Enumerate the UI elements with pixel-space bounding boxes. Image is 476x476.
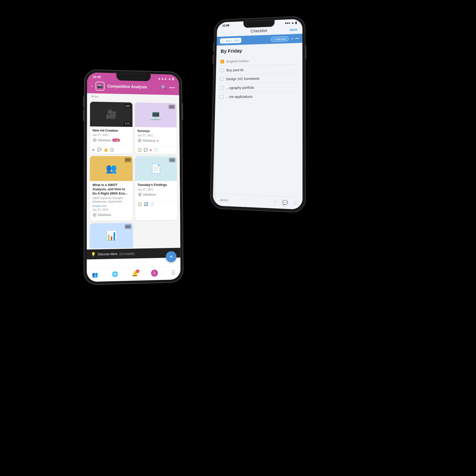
comment-icon[interactable]: 💬 <box>144 148 148 152</box>
list-icon: ≡ <box>291 37 293 41</box>
checklist-item[interactable]: …me applications <box>219 92 298 101</box>
discover-results: (14 results) <box>119 252 135 256</box>
notch <box>116 73 150 81</box>
checkbox-unchecked[interactable] <box>220 77 224 81</box>
volume-down-button <box>212 55 214 64</box>
checklist-bottom: ...pleted ♡ 💬 ☆ <box>213 194 302 210</box>
nav-people[interactable]: 👥 <box>92 271 98 278</box>
bottom-actions: ♡ 💬 ☆ <box>273 199 297 206</box>
more-icon[interactable]: ••• <box>169 85 175 90</box>
date-text: Aug 2, 2022 <box>226 39 239 42</box>
section-title: By Friday <box>221 46 298 54</box>
card-title: What Is a SWOT Analysis, and How to Do I… <box>92 183 130 196</box>
card-thumbnail: 👥 ••• <box>90 156 133 181</box>
lightbulb-icon: 💡 <box>91 252 96 257</box>
checkbox-unchecked[interactable] <box>220 68 224 72</box>
card-body: Tuesday's Findings Jan 27, 2021 E Elliot… <box>135 181 177 200</box>
play-icon[interactable]: ▶ <box>92 148 95 151</box>
notch <box>243 20 275 28</box>
card-tuesdays-findings[interactable]: 📄 ••• Tuesday's Findings Jan 27, 2021 E … <box>135 156 177 220</box>
add-task-button[interactable]: + add task <box>271 36 289 42</box>
item-text: …me applications <box>226 95 252 99</box>
card-more-icon[interactable]: ••• <box>125 158 131 162</box>
comment-icon[interactable]: 💬 <box>97 148 101 151</box>
status-time: 12:45 <box>92 75 101 79</box>
share-icon[interactable]: 📄 <box>154 148 158 152</box>
red-badge: ● <box>157 139 159 142</box>
card-swot[interactable]: 👥 ••• What Is a SWOT Analysis, and How t… <box>90 156 133 221</box>
card-thumbnail: 🎥 ••• 0:15 <box>90 102 132 127</box>
refresh-icon[interactable]: 🔄 <box>144 202 148 206</box>
back-phone: 11:00 ●●● ▲ ▮ Checklist done ✓ Aug 2, 20… <box>210 16 306 213</box>
task-icon[interactable]: 📋 <box>138 148 142 152</box>
nav-globe[interactable]: 🌐 <box>112 271 118 277</box>
checkbox-unchecked[interactable] <box>220 86 224 90</box>
volume-up-button <box>213 43 214 52</box>
red-dot-icon: ● <box>150 148 152 152</box>
back-button[interactable]: ‹ <box>91 83 92 89</box>
laptop-graphic: 💻 <box>150 110 161 120</box>
checklist-title: Checklist <box>251 28 267 34</box>
completed-text: ...pleted <box>218 198 228 202</box>
author-avatar: E <box>92 138 97 142</box>
done-button[interactable]: done <box>290 28 297 32</box>
card-actions: 📋 💬 ● 📄 <box>135 146 177 154</box>
checkbox-checked[interactable]: ✓ <box>220 60 224 64</box>
item-text: Design 101 homework <box>226 77 260 81</box>
nav-profile[interactable]: E <box>151 269 158 277</box>
card-more-icon[interactable]: ••• <box>125 224 131 229</box>
search-icon[interactable]: 🔍 <box>161 85 167 90</box>
camera-graphic: 🎥 <box>106 109 117 119</box>
card-more-icon[interactable]: ••• <box>169 105 175 109</box>
card-chart[interactable]: 📊 ••• <box>90 223 133 249</box>
author-name: ElliotDavis <box>143 193 156 196</box>
card-thumbnail: 💻 ••• <box>135 102 177 127</box>
card-author: E ElliotDavis <box>138 192 175 197</box>
card-title: New Ad Creative <box>92 128 130 133</box>
nav-bell[interactable]: 🔔 3 <box>132 270 138 277</box>
chart-graphic: 📊 <box>106 230 117 241</box>
nav-bar: ‹ 📷 Competitive Analysis 🔍 ••• <box>87 79 179 95</box>
card-date: Jan 27, 2021 <box>92 208 130 211</box>
check-icon: ✓ <box>222 39 224 42</box>
share-icon[interactable]: 📋 <box>110 148 114 152</box>
card-body: What Is a SWOT Analysis, and How to Do I… <box>90 181 133 221</box>
signal-icon: ▲▲▲ <box>158 77 167 81</box>
fab-add-button[interactable]: + <box>166 251 177 262</box>
power-button <box>305 45 306 59</box>
crowd-graphic: 👥 <box>106 163 117 174</box>
checklist-item[interactable]: …ography portfolio <box>220 83 298 92</box>
card-duration: 0:15 <box>124 122 131 125</box>
heart-icon[interactable]: ♡ <box>273 199 277 205</box>
star-icon[interactable]: ☆ <box>293 200 297 206</box>
item-text: …ography portfolio <box>226 86 254 90</box>
nav-menu[interactable]: ☰ <box>171 269 176 276</box>
camera-icon: 📷 <box>95 82 104 90</box>
checklist-screen: 11:00 ●●● ▲ ▮ Checklist done ✓ Aug 2, 20… <box>213 19 302 210</box>
author-avatar: E <box>137 138 142 143</box>
power-button <box>182 103 183 120</box>
card-surveys[interactable]: 💻 ••• Surveys Jan 27, 2021 E ElliotDavis… <box>135 102 177 154</box>
card-link[interactable]: livepian.com <box>92 204 130 207</box>
card-title: Tuesday's Findings <box>138 183 175 187</box>
like-icon[interactable]: 👍 <box>104 148 108 151</box>
battery-icon: ▮ <box>295 21 297 25</box>
card-actions: ▶ 💬 👍 📋 <box>90 146 133 154</box>
checklist-item[interactable]: Buy post-its <box>220 64 298 75</box>
task-icon[interactable]: 📋 <box>138 202 142 206</box>
share-icon[interactable]: 📄 <box>150 202 154 206</box>
card-more-icon[interactable]: ••• <box>125 104 131 108</box>
card-actions: 📋 🔄 📄 <box>135 200 177 208</box>
wifi-icon: ▲ <box>168 77 171 81</box>
checklist-item[interactable]: Design 101 homework <box>220 73 298 84</box>
signal-icon: ●●● <box>285 21 290 25</box>
comment-icon[interactable]: 💬 <box>282 200 288 206</box>
card-new-ad-creative[interactable]: 🎥 ••• 0:15 New Ad Creative Jan 27, 2021 … <box>90 102 133 154</box>
checkbox-unchecked[interactable] <box>220 95 224 99</box>
more-icon: ••• <box>295 36 299 40</box>
card-more-icon[interactable]: ••• <box>169 158 175 162</box>
toolbar-icons: ≡ ••• <box>291 36 299 41</box>
status-time: 11:00 <box>222 24 229 27</box>
volume-down-button <box>83 110 84 121</box>
card-author: E ElliotDavis <box>92 212 130 217</box>
